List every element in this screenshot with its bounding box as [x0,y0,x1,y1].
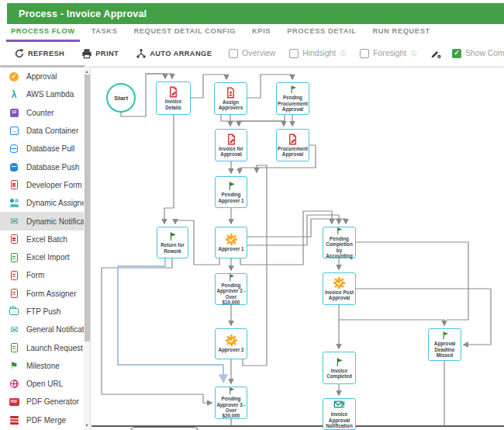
flow-node-approver-1[interactable]: Approver 1 [215,227,247,258]
sidebar-item-developer-form[interactable]: Developer Form [0,176,84,194]
flag-icon [440,331,450,340]
auto-arrange-button[interactable]: AUTO ARRANGE [136,48,212,59]
sidebar-item-pdf-merge[interactable]: PDF Merge [0,411,84,429]
flag-icon [335,227,343,235]
pen-gear-icon [430,48,441,59]
sidebar-item-pdf-generator[interactable]: PDF PDF Generator [0,393,84,411]
show-comments-checkbox[interactable]: ✓ [452,49,461,58]
canvas-toolbar: REFRESH PRINT AUTO ARRANGE Overview Hind… [0,41,504,65]
printer-icon [81,48,92,59]
dynamic-assigner-icon [9,198,19,209]
overview-checkbox-group: Overview [229,49,275,58]
info-icon[interactable]: ⓘ [340,50,346,57]
flow-node-invoice-for-approval[interactable]: Invoice for Approval [215,129,247,161]
overview-checkbox[interactable] [229,49,238,58]
canvas-top-border [90,67,504,68]
flow-node-assign-approvers[interactable]: Assign Approvers [214,82,247,115]
counter-icon: 12 [9,107,19,118]
tab-process-flow[interactable]: PROCESS FLOW [6,26,80,42]
form-icon [287,134,299,145]
sidebar-item-dynamic-assigner[interactable]: Dynamic Assigner [0,194,84,212]
flow-node-approval-deadline-missed[interactable]: Approval Deadline Missed [428,328,461,361]
flow-node-invoice-post-approval[interactable]: Invoice Post Approval [323,272,356,305]
flow-node-start[interactable]: Start [106,83,136,113]
tab-kpis[interactable]: KPIS [247,26,275,40]
app-header: Process - Invoice Approval [7,3,504,24]
sidebar-item-ftp-push[interactable]: ↑ FTP Push [0,303,84,321]
sidebar-item-approval[interactable]: ✓ Approval [0,68,84,85]
sidebar-item-form[interactable]: Form [0,266,84,284]
excel-import-icon [9,252,19,263]
foresight-checkbox[interactable] [360,49,369,58]
sidebar-item-excel-import[interactable]: Excel Import [0,248,84,266]
data-container-icon: → [9,126,19,137]
tab-run-request[interactable]: RUN REQUEST [368,26,434,40]
tab-tasks[interactable]: TASKS [87,26,123,40]
form-icon [9,270,19,281]
sidebar-item-general-notification[interactable]: ✉ General Notification [0,321,84,338]
notification-mail-icon [333,399,345,411]
info-icon[interactable]: ⓘ [411,50,416,57]
sidebar-item-counter[interactable]: 12 Counter [0,104,84,122]
flag-icon [227,273,236,282]
pdf-icon: PDF [9,397,19,407]
sidebar-item-database-push[interactable]: Database Push [0,158,84,175]
form-assigner-icon [9,288,19,299]
sidebar-item-launch-request[interactable]: Launch Request [0,338,84,356]
page-title: Process - Invoice Approval [19,9,147,19]
approval-badge-icon: ✓ [9,71,19,82]
scroll-up-arrow[interactable]: ▲ [84,68,90,75]
approval-badge-icon [226,234,237,245]
flow-node-procurement-approval[interactable]: Procurement Approval [276,129,309,161]
print-button[interactable]: PRINT [81,48,119,59]
sidebar-item-form-assigner[interactable]: Form Assigner [0,285,84,303]
sidebar-item-milestone[interactable]: ⚑ Milestone [0,357,84,375]
lambda-icon: λ [9,89,19,100]
sidebar-item-dynamic-notification[interactable]: ✉ Dynamic Notification [0,212,84,230]
sidebar-scrollbar-thumb[interactable] [85,75,90,342]
database-pull-icon [9,144,19,154]
approval-badge-icon [226,335,237,346]
flow-node-approver-2[interactable]: Approver 2 [215,328,247,359]
approval-badge-icon [333,277,345,289]
hindsight-checkbox[interactable] [289,49,299,58]
flow-node-invoice-approval-notification[interactable]: Invoice Approval Notification [323,398,356,430]
highlighted-connector [118,258,223,382]
flag-icon [226,181,236,191]
sidebar-item-database-pull[interactable]: Database Pull [0,140,84,158]
scroll-down-arrow[interactable]: ▼ [84,421,90,428]
flow-node-invoice-details[interactable]: Invoice Details [156,81,191,115]
flag-icon [167,231,178,241]
flow-node-pending-completion-by-accounting[interactable]: Pending Completion by Accounting [323,227,356,258]
flow-node-pending-approver-2[interactable]: Pending Approver 2 - Over $10,000 [215,273,247,305]
envelope-icon: ✉ [9,216,19,227]
partial-comment-box[interactable] [130,427,198,430]
sidebar-item-excel-batch[interactable]: Excel Batch [0,231,84,248]
canvas-left-border [90,67,91,430]
launch-request-icon [9,342,19,353]
signature-settings-button[interactable] [430,48,441,59]
flow-node-pending-approver-1[interactable]: Pending Approver 1 [215,176,247,208]
tab-request-detail-config[interactable]: REQUEST DETAIL CONFIG [129,26,240,40]
sidebar-item-open-url[interactable]: Open URL [0,375,84,393]
hindsight-checkbox-group: Hindsight ⓘ [289,49,346,58]
folder-arrow-icon: ↑ [9,307,19,317]
flow-node-invoice-completed[interactable]: Invoice Completed [323,352,356,384]
sidebar-item-aws-lambda[interactable]: λ AWS Lambda [0,85,84,103]
sidebar-item-data-container[interactable]: → Data Container [0,122,84,140]
form-icon [226,134,237,145]
form-icon [167,86,179,98]
foresight-checkbox-group: Foresight ⓘ [360,49,416,58]
flow-node-return-for-rework[interactable]: Return for Rework [157,227,188,258]
excel-batch-icon [9,234,19,244]
step-palette-sidebar: ✓ Approval λ AWS Lambda 12 Counter → Dat… [0,68,84,430]
flag-icon [227,387,236,395]
flow-node-pending-procurement-approval[interactable]: Pending Procurement Approval [276,82,309,115]
flag-icon [334,357,344,367]
tab-process-detail[interactable]: PROCESS DETAIL [282,26,361,40]
flow-node-pending-approver-3[interactable]: Pending Approver 3 - Over $20,000 [215,387,247,419]
flag-icon: ⚑ [9,360,19,371]
process-designer-window: { "header": { "title": "Process - Invoic… [0,0,504,430]
refresh-button[interactable]: REFRESH [14,48,64,59]
developer-form-icon [9,179,19,190]
